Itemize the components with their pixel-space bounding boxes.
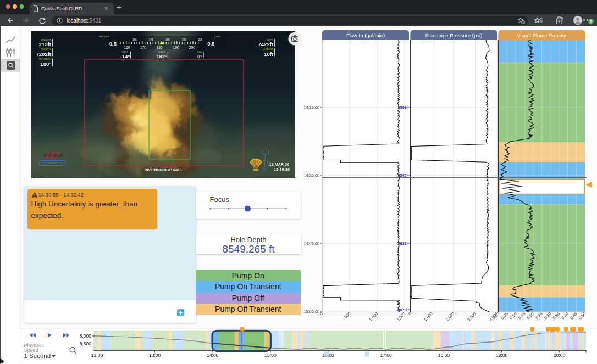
svg-text:-14°: -14° (120, 53, 130, 59)
svg-text:13:00: 13:00 (149, 352, 161, 358)
svg-text:8547: 8547 (397, 173, 407, 178)
svg-text:0°: 0° (197, 53, 202, 59)
svg-text:0.35: 0.35 (552, 311, 561, 321)
svg-text:19:00: 19:00 (496, 352, 508, 358)
svg-text:0.15: 0.15 (517, 311, 527, 321)
svg-text:1,000: 1,000 (368, 311, 379, 322)
svg-text:Flow In (gal/min): Flow In (gal/min) (346, 32, 385, 38)
svg-text:10:30:30: 10:30:30 (274, 167, 290, 172)
svg-text:0.50: 0.50 (578, 311, 587, 321)
svg-text:0.30: 0.30 (543, 311, 552, 321)
svg-text:2,000: 2,000 (445, 311, 456, 322)
svg-text:18 MAR 20: 18 MAR 20 (269, 162, 289, 167)
svg-text:1,000: 1,000 (423, 311, 434, 322)
svg-text:0.25: 0.25 (534, 311, 544, 321)
svg-text:TMS DEPTH: TMS DEPTH (41, 48, 52, 51)
svg-text:160: 160 (124, 46, 130, 49)
svg-text:-0.5: -0.5 (206, 41, 215, 47)
svg-text:7422ft: 7422ft (258, 41, 274, 47)
svg-text:Visual Plume Density: Visual Plume Density (517, 32, 566, 38)
svg-text:3,000: 3,000 (466, 311, 477, 322)
svg-text:8,500: 8,500 (80, 341, 92, 346)
svg-text:20:00: 20:00 (554, 352, 566, 358)
svg-text:15:00:00: 15:00:00 (304, 309, 319, 314)
svg-text:14:15:00: 14:15:00 (304, 105, 319, 110)
svg-text:1,500: 1,500 (396, 311, 407, 322)
svg-text:0.40: 0.40 (560, 311, 570, 321)
svg-text:175: 175 (149, 38, 153, 41)
svg-text:0.00: 0.00 (491, 311, 501, 321)
svg-text:205: 205 (198, 38, 203, 41)
svg-text:TMS TURNS: TMS TURNS (99, 36, 109, 38)
svg-text:165: 165 (132, 38, 137, 41)
svg-text:15:00: 15:00 (264, 352, 277, 358)
svg-text:8,000: 8,000 (80, 333, 92, 339)
svg-text:190: 190 (173, 46, 179, 49)
svg-text:ALTIMETER: ALTIMETER (263, 48, 273, 51)
svg-text:Standpipe Pressure (psi): Standpipe Pressure (psi) (425, 32, 483, 38)
svg-text:TURNS: TURNS (214, 36, 220, 38)
svg-text:TMS IN/OUT: TMS IN/OUT (41, 39, 51, 41)
svg-text:7202ft: 7202ft (36, 51, 52, 57)
svg-text:TMS HEADING: TMS HEADING (39, 58, 52, 60)
svg-text:180°: 180° (40, 61, 51, 67)
svg-text:14:45:00: 14:45:00 (304, 241, 319, 246)
svg-text:0.10: 0.10 (508, 311, 518, 321)
svg-text:14:30:00: 14:30:00 (304, 173, 319, 178)
svg-text:182°: 182° (156, 53, 167, 59)
svg-text:180: 180 (157, 46, 163, 49)
svg-text:500: 500 (343, 311, 351, 320)
svg-text:200: 200 (189, 46, 196, 49)
svg-text:195: 195 (182, 38, 186, 41)
svg-text:0.05: 0.05 (500, 311, 509, 321)
svg-text:0.45: 0.45 (569, 311, 578, 321)
svg-text:185: 185 (165, 38, 170, 41)
svg-text:8679: 8679 (397, 307, 407, 312)
svg-text:14:00: 14:00 (207, 352, 219, 358)
svg-text:OCEANEERING: OCEANEERING (42, 162, 63, 165)
svg-text:DEPTH: DEPTH (267, 39, 274, 41)
svg-text:18:00: 18:00 (438, 352, 450, 358)
svg-text:8509: 8509 (397, 105, 407, 110)
svg-text:10ft: 10ft (264, 51, 274, 57)
svg-text:213ft: 213ft (39, 41, 52, 47)
svg-text:17:00: 17:00 (380, 352, 393, 358)
svg-text:DIVE NUMBER: 440.1: DIVE NUMBER: 440.1 (145, 168, 183, 172)
svg-text:0.20: 0.20 (526, 311, 535, 321)
svg-text:217: 217 (44, 152, 60, 161)
svg-text:170: 170 (140, 46, 147, 49)
svg-text:8633: 8633 (397, 241, 407, 246)
svg-text:-0.5: -0.5 (108, 41, 117, 47)
svg-text:12:00: 12:00 (91, 352, 103, 358)
